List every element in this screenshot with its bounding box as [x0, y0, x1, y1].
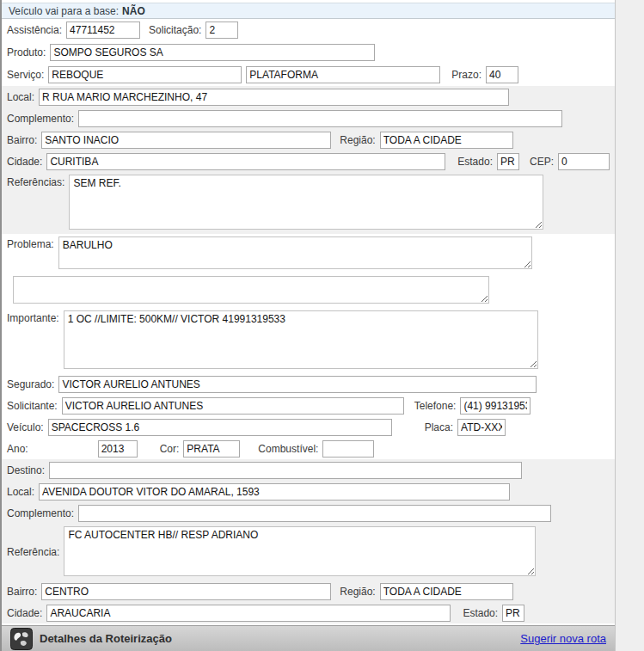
- assistencia-input[interactable]: [66, 21, 140, 39]
- row-servico: Serviço: Prazo:: [2, 64, 615, 86]
- produto-label: Produto:: [7, 46, 46, 58]
- section-assistance: Assistência: Solicitação: Produto: Servi…: [2, 19, 615, 86]
- problema-extra-textarea[interactable]: [13, 276, 489, 304]
- row-local-destino: Local:: [2, 481, 615, 502]
- suggest-new-route-link[interactable]: Sugerir nova rota: [520, 632, 606, 645]
- routing-details-title: Detalhes da Roteirização: [40, 632, 172, 645]
- combustivel-label: Combustível:: [258, 443, 318, 455]
- solicitacao-label: Solicitação:: [149, 24, 201, 36]
- row-importante: Importante: 1 OC //LIMITE: 500KM// VICTO…: [2, 308, 615, 373]
- referencia-destino-textarea[interactable]: FC AUTOCENTER HB// RESP ADRIANO: [64, 526, 536, 576]
- solicitante-input[interactable]: [62, 397, 404, 415]
- bairro-destino-label: Bairro:: [7, 586, 37, 598]
- servico-input-1[interactable]: [48, 66, 242, 83]
- ano-label: Ano:: [7, 443, 28, 455]
- problema-textarea[interactable]: BARULHO: [58, 236, 532, 269]
- globe-map-icon: [10, 628, 33, 650]
- row-bairro-origem: Bairro: Região:: [2, 129, 615, 150]
- placa-input[interactable]: [457, 419, 506, 436]
- row-complemento-destino: Complemento:: [2, 502, 615, 524]
- segurado-input[interactable]: [58, 376, 537, 393]
- row-referencias: Referências: SEM REF.: [2, 172, 615, 234]
- importante-label: Importante:: [7, 310, 59, 324]
- regiao-origem-label: Região:: [340, 134, 375, 146]
- cor-label: Cor:: [160, 443, 180, 455]
- cep-label: CEP:: [530, 156, 554, 168]
- cidade-destino-label: Cidade:: [7, 607, 42, 619]
- complemento-origem-label: Complemento:: [7, 113, 74, 125]
- local-origem-input[interactable]: [39, 89, 509, 106]
- row-referencia-destino: Referência: FC AUTOCENTER HB// RESP ADRI…: [2, 524, 615, 580]
- servico-label: Serviço:: [7, 69, 44, 81]
- telefone-label: Telefone:: [414, 400, 457, 412]
- row-destino: Destino:: [2, 459, 615, 481]
- estado-origem-input[interactable]: [497, 153, 519, 170]
- row-complemento-origem: Complemento:: [2, 107, 615, 129]
- veiculo-label: Veículo:: [7, 421, 44, 433]
- row-veiculo: Veículo: Placa:: [2, 416, 615, 438]
- cidade-origem-label: Cidade:: [7, 156, 42, 168]
- combustivel-input[interactable]: [322, 440, 374, 458]
- servico-input-2[interactable]: [246, 66, 440, 83]
- local-destino-label: Local:: [7, 486, 34, 498]
- placa-label: Placa:: [425, 421, 453, 433]
- importante-textarea[interactable]: 1 OC //LIMITE: 500KM// VICTOR 4199131953…: [64, 310, 538, 369]
- complemento-destino-input[interactable]: [78, 505, 551, 522]
- segurado-label: Segurado:: [7, 378, 54, 390]
- local-destino-input[interactable]: [39, 483, 510, 501]
- section-problem-vehicle: Problema: BARULHO Importante: 1 OC //LIM…: [2, 234, 615, 459]
- regiao-destino-input[interactable]: [380, 583, 513, 600]
- telefone-input[interactable]: [460, 397, 531, 415]
- row-solicitante: Solicitante: Telefone:: [2, 395, 615, 416]
- estado-origem-label: Estado:: [457, 156, 493, 168]
- row-produto: Produto:: [2, 41, 615, 64]
- row-cidade-origem: Cidade: Estado: CEP:: [2, 150, 615, 172]
- bairro-destino-input[interactable]: [41, 583, 331, 600]
- vehicle-to-base-banner: Veículo vai para a base: NÃO: [2, 3, 615, 19]
- vehicle-to-base-value: NÃO: [122, 5, 145, 17]
- referencia-destino-label: Referência:: [7, 544, 59, 558]
- bairro-origem-input[interactable]: [41, 132, 331, 149]
- routing-details-bar[interactable]: Detalhes da Roteirização Sugerir nova ro…: [2, 625, 615, 651]
- destino-input[interactable]: [49, 462, 522, 479]
- destino-label: Destino:: [7, 464, 45, 476]
- section-origin-address: Local: Complemento: Bairro: Região: Cida…: [2, 86, 615, 234]
- row-assistencia: Assistência: Solicitação:: [2, 19, 615, 41]
- cep-input[interactable]: [558, 153, 610, 170]
- cidade-origem-input[interactable]: [46, 153, 445, 170]
- section-destination-address: Destino: Local: Complemento: Referência:…: [2, 459, 615, 623]
- solicitante-label: Solicitante:: [7, 400, 58, 412]
- estado-destino-input[interactable]: [502, 605, 524, 622]
- local-origem-label: Local:: [7, 91, 34, 103]
- assistance-form: Veículo vai para a base: NÃO Assistência…: [0, 0, 616, 651]
- ano-input[interactable]: [98, 440, 138, 458]
- regiao-destino-label: Região:: [340, 586, 375, 598]
- row-local-origem: Local:: [2, 86, 615, 107]
- row-ano-cor-combustivel: Ano: Cor: Combustível:: [2, 438, 615, 459]
- cor-input[interactable]: [183, 440, 240, 458]
- complemento-destino-label: Complemento:: [7, 507, 74, 519]
- row-cidade-destino: Cidade: Estado:: [2, 602, 615, 623]
- veiculo-input[interactable]: [48, 419, 392, 436]
- prazo-input[interactable]: [486, 66, 518, 83]
- solicitacao-input[interactable]: [205, 21, 238, 39]
- cidade-destino-input[interactable]: [46, 605, 451, 622]
- regiao-origem-input[interactable]: [380, 132, 513, 149]
- prazo-label: Prazo:: [451, 69, 481, 81]
- produto-input[interactable]: [50, 44, 375, 61]
- assistencia-label: Assistência:: [7, 24, 62, 36]
- referencias-textarea[interactable]: SEM REF.: [69, 175, 543, 230]
- row-problema: Problema: BARULHO: [2, 234, 615, 273]
- row-bairro-destino: Bairro: Região:: [2, 580, 615, 602]
- problema-label: Problema:: [7, 236, 54, 250]
- bairro-origem-label: Bairro:: [7, 134, 37, 146]
- estado-destino-label: Estado:: [463, 607, 498, 619]
- vehicle-to-base-label: Veículo vai para a base:: [9, 5, 119, 17]
- referencias-label: Referências:: [7, 175, 64, 188]
- row-problema-extra: [2, 273, 615, 308]
- row-segurado: Segurado:: [2, 373, 615, 395]
- complemento-origem-input[interactable]: [78, 110, 562, 127]
